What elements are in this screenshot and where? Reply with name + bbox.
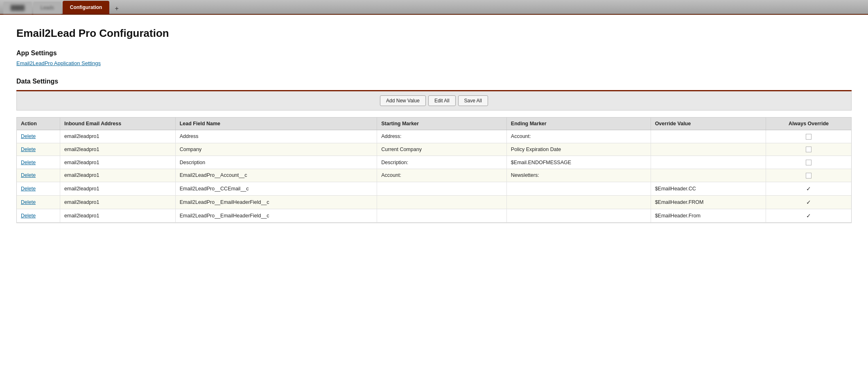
tab-leads-label: Leads [41,5,54,11]
tab-add-button[interactable]: + [111,3,122,14]
inbound-email-cell: email2leadpro1 [60,182,176,195]
override-value-cell [651,143,766,156]
inbound-email-cell: email2leadpro1 [60,209,176,222]
checkbox-unchecked[interactable] [806,147,811,152]
tab-leads[interactable]: Leads [33,2,61,14]
inbound-email-cell: email2leadpro1 [60,156,176,169]
add-new-value-button[interactable]: Add New Value [380,95,426,106]
tab-add-icon: + [115,5,118,12]
data-table-container: Action Inbound Email Address Lead Field … [16,117,852,223]
table-row: Deleteemail2leadpro1AddressAddress:Accou… [17,130,851,143]
checkbox-unchecked[interactable] [806,160,811,165]
override-value-cell [651,130,766,143]
main-content: Email2Lead Pro Configuration App Setting… [0,15,868,384]
table-header-row: Action Inbound Email Address Lead Field … [17,117,851,130]
table-row: Deleteemail2leadpro1DescriptionDescripti… [17,156,851,169]
ending-marker-cell [506,195,651,209]
data-settings-heading: Data Settings [16,78,852,85]
edit-all-button[interactable]: Edit All [428,95,456,106]
starting-marker-cell: Description: [377,156,507,169]
lead-field-cell: Address [175,130,377,143]
lead-field-cell: Email2LeadPro__EmailHeaderField__c [175,209,377,222]
data-table: Action Inbound Email Address Lead Field … [17,117,851,223]
checkbox-unchecked[interactable] [806,173,811,178]
table-row: Deleteemail2leadpro1Email2LeadPro__CCEma… [17,182,851,195]
toolbar: Add New Value Edit All Save All [16,91,852,111]
delete-link[interactable]: Delete [21,160,36,165]
checkmark-icon: ✓ [806,199,811,206]
always-override-cell [766,169,851,182]
tab-configuration-label: Configuration [70,5,102,10]
tab-bar: ████ Leads Configuration + [0,0,868,15]
checkmark-icon: ✓ [806,185,811,192]
always-override-cell: ✓ [766,195,851,209]
ending-marker-cell: Account: [506,130,651,143]
delete-link[interactable]: Delete [21,172,36,178]
ending-marker-cell: Newsletters: [506,169,651,182]
always-override-cell [766,130,851,143]
delete-link[interactable]: Delete [21,186,36,192]
delete-link[interactable]: Delete [21,147,36,152]
delete-link[interactable]: Delete [21,199,36,205]
page-title: Email2Lead Pro Configuration [16,27,852,40]
checkmark-icon: ✓ [806,212,811,219]
override-value-cell: $EmailHeader.CC [651,182,766,195]
starting-marker-cell: Current Company [377,143,507,156]
col-header-override-value: Override Value [651,117,766,130]
lead-field-cell: Email2LeadPro__CCEmail__c [175,182,377,195]
col-header-lead-field: Lead Field Name [175,117,377,130]
save-all-button[interactable]: Save All [458,95,488,106]
checkbox-unchecked[interactable] [806,134,811,140]
override-value-cell: $EmailHeader.FROM [651,195,766,209]
tab-1-label: ████ [11,5,25,11]
table-row: Deleteemail2leadpro1Email2LeadPro__Email… [17,209,851,222]
always-override-cell: ✓ [766,182,851,195]
override-value-cell [651,169,766,182]
tab-configuration[interactable]: Configuration [63,1,110,14]
data-settings-section: Data Settings Add New Value Edit All Sav… [16,78,852,223]
always-override-cell [766,143,851,156]
delete-link[interactable]: Delete [21,133,36,139]
lead-field-cell: Description [175,156,377,169]
inbound-email-cell: email2leadpro1 [60,169,176,182]
col-header-ending-marker: Ending Marker [506,117,651,130]
ending-marker-cell [506,209,651,222]
table-row: Deleteemail2leadpro1Email2LeadPro__Accou… [17,169,851,182]
lead-field-cell: Email2LeadPro__EmailHeaderField__c [175,195,377,209]
override-value-cell: $EmailHeader.From [651,209,766,222]
ending-marker-cell: $Email.ENDOFMESSAGE [506,156,651,169]
app-settings-link[interactable]: Email2LeadPro Application Settings [16,60,101,66]
col-header-always-override: Always Override [766,117,851,130]
col-header-inbound-email: Inbound Email Address [60,117,176,130]
starting-marker-cell: Account: [377,169,507,182]
col-header-action: Action [17,117,60,130]
table-row: Deleteemail2leadpro1CompanyCurrent Compa… [17,143,851,156]
col-header-starting-marker: Starting Marker [377,117,507,130]
starting-marker-cell [377,195,507,209]
ending-marker-cell: Policy Expiration Date [506,143,651,156]
always-override-cell: ✓ [766,209,851,222]
lead-field-cell: Email2LeadPro__Account__c [175,169,377,182]
starting-marker-cell: Address: [377,130,507,143]
app-settings-heading: App Settings [16,50,852,57]
inbound-email-cell: email2leadpro1 [60,130,176,143]
tab-1[interactable]: ████ [3,2,32,14]
always-override-cell [766,156,851,169]
starting-marker-cell [377,182,507,195]
lead-field-cell: Company [175,143,377,156]
starting-marker-cell [377,209,507,222]
ending-marker-cell [506,182,651,195]
table-row: Deleteemail2leadpro1Email2LeadPro__Email… [17,195,851,209]
inbound-email-cell: email2leadpro1 [60,195,176,209]
override-value-cell [651,156,766,169]
inbound-email-cell: email2leadpro1 [60,143,176,156]
delete-link[interactable]: Delete [21,213,36,219]
